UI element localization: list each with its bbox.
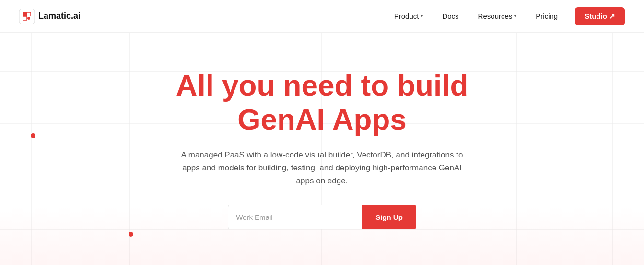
hero-subtitle: A managed PaaS with a low-code visual bu…	[174, 148, 471, 188]
navbar: Lamatic.ai Product ▾ Docs Resources ▾ Pr…	[0, 0, 644, 33]
hero-content: All you need to build GenAI Apps A manag…	[174, 68, 471, 229]
svg-point-2	[27, 17, 30, 20]
studio-button[interactable]: Studio ↗	[575, 7, 625, 25]
hero-title: All you need to build GenAI Apps	[174, 68, 471, 137]
nav-item-product[interactable]: Product ▾	[386, 8, 431, 24]
chevron-down-icon: ▾	[421, 13, 423, 19]
logo-icon	[19, 9, 35, 24]
nav-links: Product ▾ Docs Resources ▾ Pricing Studi…	[386, 7, 625, 25]
signup-button[interactable]: Sign Up	[362, 205, 416, 229]
hero-cta: Sign Up	[174, 205, 471, 229]
chevron-down-icon-2: ▾	[514, 13, 516, 19]
nav-item-docs[interactable]: Docs	[434, 8, 466, 24]
red-dot-1	[31, 133, 35, 138]
nav-item-resources[interactable]: Resources ▾	[470, 8, 525, 24]
nav-item-pricing[interactable]: Pricing	[528, 8, 565, 24]
email-input[interactable]	[228, 205, 362, 229]
logo-text: Lamatic.ai	[38, 11, 81, 21]
logo[interactable]: Lamatic.ai	[19, 9, 81, 24]
red-dot-2	[129, 232, 133, 237]
hero-section: All you need to build GenAI Apps A manag…	[0, 33, 644, 265]
